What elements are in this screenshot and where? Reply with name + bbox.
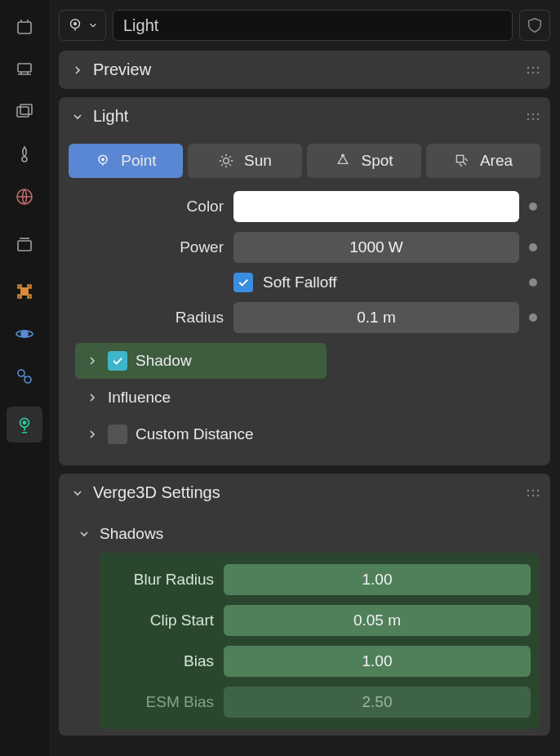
svg-point-25 [527,118,529,119]
influence-label: Influence [108,389,171,407]
svg-point-15 [74,23,77,25]
light-type-area[interactable]: Area [426,144,540,178]
svg-point-33 [527,489,529,491]
shadow-subpanel-header[interactable]: Shadow [75,343,327,379]
svg-point-10 [18,370,24,376]
chevron-down-icon [70,109,85,124]
world-tab-icon[interactable] [12,185,37,209]
shadow-checkbox[interactable] [108,351,127,371]
svg-point-34 [532,489,534,491]
esm-bias-field[interactable]: 2.50 [224,687,531,718]
keyframe-dot[interactable] [529,278,537,287]
svg-point-31 [342,154,344,157]
chevron-right-icon [85,390,100,405]
custom-distance-checkbox[interactable] [108,425,127,444]
svg-rect-0 [18,22,31,33]
light-type-spot[interactable]: Spot [307,144,421,178]
light-radius-field[interactable]: 0.1 m [233,302,519,333]
light-color-field[interactable] [233,191,519,222]
svg-rect-3 [20,105,32,114]
verge3d-panel-header[interactable]: Verge3D Settings [59,474,550,512]
custom-distance-label: Custom Distance [136,425,254,443]
bias-label: Bias [108,652,214,670]
svg-rect-32 [456,155,463,162]
preview-panel-title: Preview [93,60,151,79]
preview-panel-header[interactable]: Preview [59,51,550,89]
verge3d-shadow-props: Blur Radius 1.00 Clip Start 0.05 m Bias … [100,553,539,729]
blur-radius-label: Blur Radius [108,571,214,589]
blur-radius-field[interactable]: 1.00 [224,564,531,595]
svg-point-35 [537,489,539,491]
datablock-name-input[interactable]: Light [113,10,513,41]
svg-point-17 [532,66,534,68]
light-panel-title: Light [93,107,128,126]
light-type-sun[interactable]: Sun [188,144,302,178]
grip-icon[interactable] [526,113,540,121]
keyframe-dot[interactable] [529,243,537,251]
light-type-tabs: Point Sun Spot Area [69,144,540,178]
svg-rect-6 [18,241,31,251]
influence-subpanel-header[interactable]: Influence [75,380,540,415]
svg-point-29 [102,158,104,161]
datablock-type-dropdown[interactable] [59,10,106,41]
color-label: Color [69,198,224,216]
chevron-right-icon [85,354,100,368]
properties-main: Light Preview Light [49,0,560,756]
verge3d-shadows-header[interactable]: Shadows [70,520,539,553]
grip-icon[interactable] [526,66,540,74]
render-tab-icon[interactable] [12,15,37,39]
collection-tab-icon[interactable] [12,232,37,256]
svg-point-30 [224,158,229,164]
object-tab-icon[interactable] [12,279,37,304]
soft-falloff-label: Soft Falloff [263,273,519,291]
scene-tab-icon[interactable] [12,142,37,167]
svg-point-24 [537,113,539,114]
svg-rect-1 [18,64,31,72]
properties-tabs-sidebar [0,0,49,756]
preview-panel: Preview [59,51,550,89]
verge3d-panel: Verge3D Settings Shadows Blur Radius 1.0… [59,474,550,736]
keyframe-dot[interactable] [529,202,537,211]
clip-start-field[interactable]: 0.05 m [224,605,531,636]
physics-tab-icon[interactable] [12,322,37,346]
svg-point-27 [537,118,539,119]
fake-user-button[interactable] [519,10,550,41]
clip-start-label: Clip Start [108,611,214,629]
viewlayer-tab-icon[interactable] [12,100,37,124]
svg-point-22 [527,113,529,114]
constraints-tab-icon[interactable] [12,364,37,389]
datablock-header: Light [59,10,550,41]
bias-field[interactable]: 1.00 [224,646,531,677]
light-panel: Light Point Sun Spot [59,97,550,465]
soft-falloff-checkbox[interactable] [233,273,253,292]
svg-point-11 [24,376,31,383]
radius-label: Radius [69,309,224,327]
light-power-field[interactable]: 1000 W [233,232,519,263]
light-panel-header[interactable]: Light [59,97,550,136]
verge3d-shadows-label: Shadows [100,525,163,543]
svg-point-20 [532,71,534,73]
light-type-point[interactable]: Point [69,144,183,178]
keyframe-dot[interactable] [529,314,537,322]
output-tab-icon[interactable] [12,57,37,82]
svg-point-37 [532,494,534,496]
esm-bias-label: ESM Bias [108,693,214,711]
grip-icon[interactable] [526,489,540,497]
data-tab-icon[interactable] [7,407,42,442]
chevron-right-icon [85,427,100,442]
svg-point-8 [21,331,28,337]
verge3d-panel-title: Verge3D Settings [93,483,220,502]
custom-distance-subpanel-header[interactable]: Custom Distance [75,416,540,452]
svg-point-16 [527,66,529,68]
svg-point-21 [537,71,539,73]
svg-point-19 [527,71,529,73]
svg-point-23 [532,113,534,114]
svg-point-38 [537,494,539,496]
shadow-label: Shadow [136,352,192,370]
chevron-down-icon [77,527,91,541]
svg-point-26 [532,118,534,119]
svg-point-13 [23,421,25,424]
svg-rect-2 [17,107,29,117]
chevron-right-icon [70,63,85,78]
power-label: Power [69,238,224,256]
